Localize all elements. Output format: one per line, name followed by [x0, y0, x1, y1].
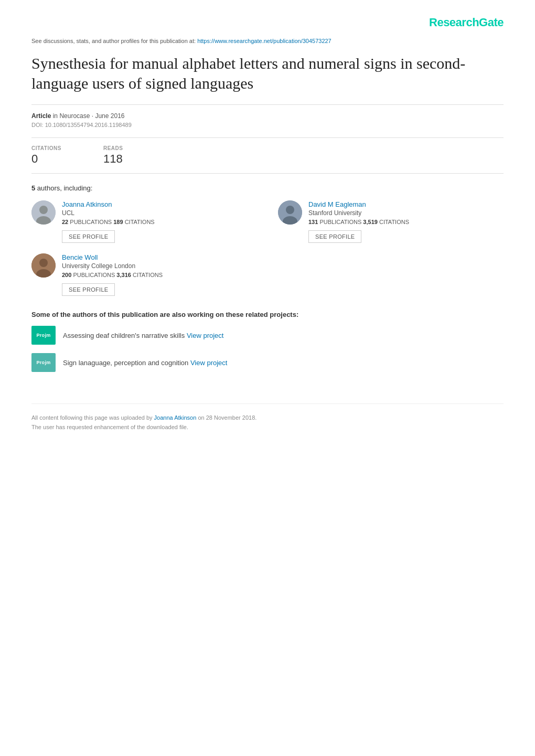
- author-info-david: David M Eagleman Stanford University 131…: [308, 200, 409, 243]
- paper-title: Synesthesia for manual alphabet letters …: [31, 54, 504, 93]
- author-stats-joanna: 22 PUBLICATIONS 189 CITATIONS: [62, 219, 155, 225]
- footer-area: All content following this page was uplo…: [31, 403, 504, 430]
- joanna-cite-label: CITATIONS: [125, 219, 155, 225]
- footer-author-name: Joanna Atkinson: [154, 414, 197, 421]
- author-institution-joanna: UCL: [62, 209, 155, 217]
- publication-link[interactable]: https://www.researchgate.net/publication…: [197, 38, 331, 44]
- author-top-joanna: Joanna Atkinson UCL 22 PUBLICATIONS 189 …: [31, 200, 257, 243]
- reads-label: READS: [103, 145, 123, 151]
- david-pub-count: 131: [308, 219, 318, 225]
- david-pub-label: PUBLICATIONS: [319, 219, 363, 225]
- authors-grid: Joanna Atkinson UCL 22 PUBLICATIONS 189 …: [31, 200, 504, 296]
- project-thumb-2: Projm: [31, 353, 56, 372]
- author-name-joanna[interactable]: Joanna Atkinson: [62, 200, 155, 208]
- authors-section: 5 authors, including: Joanna Atkinson: [31, 184, 504, 296]
- see-profile-david[interactable]: SEE PROFILE: [308, 230, 361, 243]
- author-name-bencie[interactable]: Bencie Woll: [62, 253, 163, 261]
- author-top-bencie: Bencie Woll University College London 20…: [31, 253, 257, 296]
- article-date: June 2016: [95, 112, 124, 120]
- divider-top: [31, 104, 504, 105]
- author-institution-bencie: University College London: [62, 262, 163, 270]
- see-discussions-bar: See discussions, stats, and author profi…: [31, 38, 504, 44]
- author-top-david: David M Eagleman Stanford University 131…: [278, 200, 504, 243]
- author-name-david[interactable]: David M Eagleman: [308, 200, 409, 208]
- authors-heading: 5 authors, including:: [31, 184, 504, 192]
- author-institution-david: Stanford University: [308, 209, 409, 217]
- bencie-cite-label: CITATIONS: [133, 272, 163, 278]
- joanna-pub-label: PUBLICATIONS: [70, 219, 113, 225]
- david-cite-label: CITATIONS: [379, 219, 409, 225]
- see-profile-joanna[interactable]: SEE PROFILE: [62, 230, 115, 243]
- see-discussions-text: See discussions, stats, and author profi…: [31, 38, 196, 44]
- project-text-2: Sign lanaguage, perception and cognition…: [63, 359, 227, 367]
- stats-row: CITATIONS 0 READS 118: [31, 137, 504, 174]
- reads-stat: READS 118: [103, 145, 123, 166]
- project-title-1: Assessing deaf children's narrative skil…: [63, 332, 185, 339]
- author-stats-david: 131 PUBLICATIONS 3,519 CITATIONS: [308, 219, 409, 225]
- svg-point-1: [39, 206, 48, 214]
- project-link-2[interactable]: View project: [190, 359, 228, 367]
- project-link-text-1[interactable]: View project: [187, 332, 224, 339]
- journal-name: Neurocase: [59, 112, 90, 120]
- bencie-cite-count: 3,316: [116, 272, 131, 278]
- citations-value: 0: [31, 152, 61, 166]
- article-type-line: Article in Neurocase · June 2016: [31, 112, 504, 120]
- footer-line-2: The user has requested enhancement of th…: [31, 424, 504, 430]
- authors-heading-suffix: authors, including:: [35, 184, 92, 192]
- bencie-pub-label: PUBLICATIONS: [73, 272, 116, 278]
- joanna-pub-count: 22: [62, 219, 68, 225]
- reads-value: 118: [103, 152, 123, 166]
- project-item-2: Projm Sign lanaguage, perception and cog…: [31, 353, 504, 372]
- in-text: in: [53, 112, 60, 120]
- project-link-text-2[interactable]: View project: [190, 359, 228, 367]
- joanna-cite-count: 189: [113, 219, 123, 225]
- article-meta: Article in Neurocase · June 2016 DOI: 10…: [31, 112, 504, 128]
- author-card-bencie: Bencie Woll University College London 20…: [31, 253, 257, 296]
- footer-prefix: All content following this page was uplo…: [31, 414, 153, 421]
- researchgate-logo: ResearchGate: [429, 16, 504, 29]
- footer-author-link[interactable]: Joanna Atkinson: [154, 414, 197, 421]
- author-info-bencie: Bencie Woll University College London 20…: [62, 253, 163, 296]
- author-card-david: David M Eagleman Stanford University 131…: [278, 200, 504, 243]
- citations-label: CITATIONS: [31, 145, 61, 151]
- project-title-2: Sign lanaguage, perception and cognition: [63, 359, 188, 367]
- project-text-1: Assessing deaf children's narrative skil…: [63, 332, 223, 339]
- doi-text: DOI: 10.1080/13554794.2016.1198489: [31, 122, 504, 128]
- avatar-david: [278, 200, 302, 225]
- author-stats-bencie: 200 PUBLICATIONS 3,316 CITATIONS: [62, 272, 163, 278]
- project-thumb-1: Projm: [31, 326, 56, 345]
- see-profile-bencie[interactable]: SEE PROFILE: [62, 283, 115, 296]
- project-item-1: Projm Assessing deaf children's narrativ…: [31, 326, 504, 345]
- avatar-bencie: [31, 253, 56, 278]
- article-type: Article: [31, 112, 51, 120]
- citations-stat: CITATIONS 0: [31, 145, 61, 166]
- david-cite-count: 3,519: [363, 219, 378, 225]
- bencie-pub-count: 200: [62, 272, 71, 278]
- avatar-joanna: [31, 200, 56, 225]
- top-bar: ResearchGate: [31, 10, 504, 38]
- projects-section: Some of the authors of this publication …: [31, 311, 504, 372]
- author-card-joanna: Joanna Atkinson UCL 22 PUBLICATIONS 189 …: [31, 200, 257, 243]
- footer-date: on 28 November 2018.: [198, 414, 256, 421]
- project-link-1[interactable]: View project: [187, 332, 224, 339]
- footer-line-1: All content following this page was uplo…: [31, 414, 504, 421]
- svg-point-4: [286, 206, 294, 214]
- author-info-joanna: Joanna Atkinson UCL 22 PUBLICATIONS 189 …: [62, 200, 155, 243]
- projects-heading: Some of the authors of this publication …: [31, 311, 504, 318]
- svg-point-7: [39, 259, 48, 267]
